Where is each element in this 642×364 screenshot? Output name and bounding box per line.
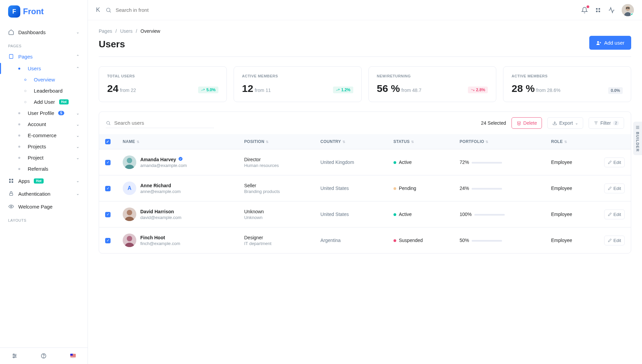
breadcrumb-item[interactable]: Users: [120, 28, 133, 34]
avatar-initial: A: [123, 181, 136, 195]
table-search[interactable]: [106, 118, 214, 128]
col-name[interactable]: NAME⇅: [117, 134, 238, 149]
nav-referrals[interactable]: Referrals: [8, 163, 88, 174]
bullet-icon: [18, 135, 20, 137]
edit-button[interactable]: Edit: [604, 157, 625, 167]
search-icon: [106, 120, 111, 126]
position: Unknown: [244, 209, 308, 214]
filter-button[interactable]: Filter 2: [589, 117, 624, 129]
sidebar-collapse-icon[interactable]: K: [96, 6, 100, 14]
select-all-checkbox[interactable]: ✓: [105, 139, 111, 144]
edit-button[interactable]: Edit: [604, 236, 625, 245]
col-status[interactable]: STATUS⇅: [387, 134, 454, 149]
progress-bar: [472, 188, 502, 190]
col-portfolio[interactable]: PORTFOLIO⇅: [453, 134, 545, 149]
user-avatar[interactable]: [622, 4, 634, 16]
activity-icon[interactable]: [608, 7, 615, 14]
nav-users[interactable]: Users ⌃: [8, 63, 88, 74]
nav-authentication[interactable]: Authentication ⌄: [0, 187, 88, 200]
table-row: ✓ David Harrison david@example.com Unkno…: [99, 201, 631, 227]
nav-user-profile[interactable]: User Profile 5 ⌄: [8, 107, 88, 119]
language-icon[interactable]: [70, 353, 76, 359]
stat-from: from 22: [120, 88, 136, 93]
nav-ecommerce[interactable]: E-commerce⌄: [8, 130, 88, 141]
brand-text: Front: [23, 7, 44, 16]
nav-apps[interactable]: Apps Hot ⌄: [0, 174, 88, 187]
page-title: Users: [99, 39, 125, 50]
builder-tab[interactable]: BUILDER: [633, 122, 642, 155]
svg-rect-23: [599, 8, 600, 10]
delete-button[interactable]: Delete: [512, 117, 542, 129]
nav-dashboards[interactable]: Dashboards ⌄: [0, 26, 88, 39]
brand-badge: F: [8, 5, 20, 18]
chevron-down-icon: ⌄: [76, 133, 79, 138]
role: Employee: [545, 149, 598, 175]
svg-line-21: [110, 11, 111, 12]
user-email: anne@example.com: [140, 189, 181, 194]
stat-from: from 28.6%: [536, 88, 561, 93]
hot-badge: Hot: [34, 178, 44, 184]
nav-label: User Profile: [28, 110, 54, 116]
add-user-button[interactable]: Add user: [589, 36, 631, 50]
sidebar-footer: [0, 347, 88, 364]
bullet-icon: [18, 157, 20, 159]
row-checkbox[interactable]: ✓: [105, 212, 111, 217]
search-input[interactable]: [116, 7, 217, 13]
button-label: Filter: [600, 120, 611, 126]
nav-projects[interactable]: Projects⌄: [8, 141, 88, 152]
nav-users-leaderboard[interactable]: Leaderboard: [8, 85, 88, 96]
brand-logo[interactable]: F Front: [0, 0, 88, 20]
edit-button[interactable]: Edit: [604, 184, 625, 193]
status-dot-icon: [631, 13, 634, 16]
nav-label: Add User: [34, 99, 55, 105]
nav-pages[interactable]: Pages ⌃: [0, 50, 88, 63]
stat-value: 12: [242, 83, 253, 94]
chevron-up-icon: ⌃: [76, 54, 79, 59]
user-name[interactable]: David Harrison: [140, 209, 182, 214]
svg-point-46: [127, 236, 132, 241]
user-name[interactable]: Amanda Harvey: [140, 156, 187, 162]
avatar-image: [123, 234, 136, 247]
breadcrumb-item[interactable]: Pages: [99, 28, 112, 34]
settings-icon[interactable]: [11, 353, 18, 359]
status-cell: Pending: [387, 175, 454, 201]
bullet-icon: [18, 112, 20, 114]
nav-project[interactable]: Project⌄: [8, 152, 88, 163]
col-country[interactable]: COUNTRY⇅: [314, 134, 387, 149]
row-checkbox[interactable]: ✓: [105, 186, 111, 191]
svg-point-6: [10, 206, 12, 207]
col-position[interactable]: POSITION⇅: [238, 134, 314, 149]
help-icon[interactable]: [40, 353, 47, 359]
svg-rect-0: [9, 54, 13, 58]
chevron-down-icon: ⌄: [76, 191, 79, 196]
svg-rect-1: [9, 179, 11, 180]
nav-users-adduser[interactable]: Add User Hot: [8, 96, 88, 107]
pencil-icon: [608, 238, 612, 242]
export-button[interactable]: Export ⌄: [547, 117, 583, 129]
role: Employee: [545, 227, 598, 253]
portfolio-cell: 100%: [453, 201, 545, 227]
col-role[interactable]: ROLE⇅: [545, 134, 598, 149]
table-search-input[interactable]: [114, 120, 214, 126]
nav-label: Dashboards: [18, 29, 46, 35]
bullet-icon: [24, 90, 26, 92]
user-email: david@example.com: [140, 215, 182, 220]
user-name[interactable]: Anne Richard: [140, 183, 181, 188]
nav-welcome[interactable]: Welcome Page: [0, 200, 88, 213]
row-checkbox[interactable]: ✓: [105, 238, 111, 243]
global-search[interactable]: [105, 7, 576, 13]
edit-button[interactable]: Edit: [604, 210, 625, 219]
apps-grid-icon[interactable]: [595, 7, 601, 14]
grid-icon: [8, 178, 14, 184]
nav-account[interactable]: Account⌄: [8, 119, 88, 130]
user-name[interactable]: Finch Hoot: [140, 235, 180, 240]
stat-trend: 5.0%: [198, 87, 218, 93]
notifications-icon[interactable]: [581, 7, 588, 14]
position: Director: [244, 157, 308, 162]
row-checkbox[interactable]: ✓: [105, 160, 111, 165]
table-row: ✓ Amanda Harvey amanda@example.com Direc…: [99, 149, 631, 175]
nav-users-overview[interactable]: Overview: [8, 74, 88, 85]
sort-icon: ⇅: [564, 140, 567, 144]
count-badge: 5: [58, 111, 64, 115]
svg-rect-3: [9, 181, 11, 183]
